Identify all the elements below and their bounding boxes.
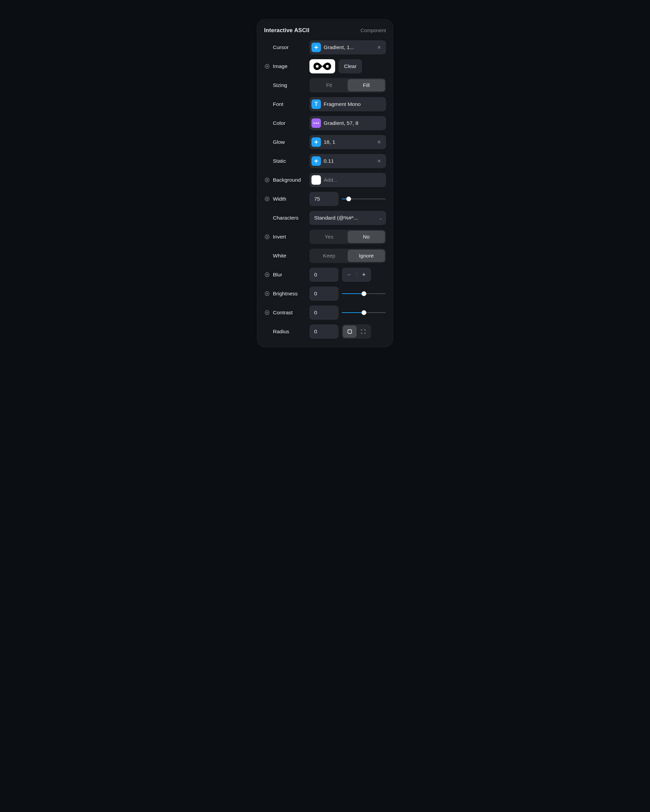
contrast-input[interactable]: 0 [309,305,338,320]
label-white: White [273,253,307,259]
row-invert: Invert Yes No [264,230,386,244]
label-image: Image [273,63,307,69]
label-sizing: Sizing [273,82,307,88]
label-glow: Glow [273,139,307,145]
svg-point-2 [326,65,329,68]
clear-icon[interactable]: ✕ [376,139,382,145]
brightness-slider[interactable] [342,287,386,301]
sizing-fit[interactable]: Fit [310,79,348,92]
sparkle-icon [312,156,321,166]
static-value: 0.11 [324,158,373,164]
cursor-value: Gradient, 1... [324,44,373,50]
label-width: Width [273,196,307,202]
label-static: Static [273,158,307,164]
font-chip[interactable]: T Fragment Mono [309,97,386,111]
label-cursor: Cursor [273,44,307,50]
radius-split-icon[interactable] [356,325,370,338]
width-slider[interactable] [342,192,386,206]
clear-icon[interactable]: ✕ [376,158,382,164]
plus-icon[interactable]: + [357,271,372,278]
sizing-segmented[interactable]: Fit Fill [309,78,386,92]
row-static: Static 0.11 ✕ [264,154,386,168]
plus-icon[interactable] [264,310,270,315]
row-radius: Radius 0 [264,325,386,339]
row-brightness: Brightness 0 [264,287,386,301]
plus-icon[interactable] [264,291,270,296]
label-contrast: Contrast [273,310,307,316]
label-color: Color [273,120,307,126]
white-keep[interactable]: Keep [310,250,348,262]
row-color: Color Gradient, 57, 8 [264,116,386,130]
svg-point-1 [316,65,318,68]
svg-rect-12 [348,330,352,334]
label-background: Background [273,177,307,183]
sparkle-icon [312,137,321,147]
row-width: Width 75 [264,192,386,206]
invert-no[interactable]: No [348,231,385,243]
font-value: Fragment Mono [324,101,384,107]
row-sizing: Sizing Fit Fill [264,78,386,92]
row-font: Font T Fragment Mono [264,97,386,111]
row-background: Background Add... [264,173,386,187]
row-blur: Blur 0 − + [264,268,386,282]
panel-title: Interactive ASCII [264,27,309,34]
row-contrast: Contrast 0 [264,305,386,320]
svg-point-3 [314,122,315,124]
plus-icon[interactable] [264,178,270,182]
clear-button[interactable]: Clear [338,59,362,73]
row-cursor: Cursor Gradient, 1... ✕ [264,40,386,55]
brightness-input[interactable]: 0 [309,287,338,301]
label-font: Font [273,101,307,107]
label-invert: Invert [273,234,307,240]
width-input[interactable]: 75 [309,192,338,206]
panel-subtitle: Component [361,28,386,33]
panel-header: Interactive ASCII Component [264,27,386,34]
row-white: White Keep Ignore [264,249,386,263]
contrast-slider[interactable] [342,305,386,320]
minus-icon[interactable]: − [342,271,356,278]
dots-icon [312,118,321,128]
row-characters: Characters Standard (@%#*... ⌄ [264,211,386,225]
inspector-panel: Interactive ASCII Component Cursor Gradi… [257,19,393,347]
glow-value: 18, 1 [324,139,373,145]
blur-input[interactable]: 0 [309,268,338,282]
svg-point-4 [315,122,317,124]
label-brightness: Brightness [273,291,307,297]
color-swatch [312,175,321,185]
characters-value: Standard (@%#*... [314,215,358,221]
radius-mode-segmented[interactable] [342,325,371,339]
plus-icon[interactable] [264,197,270,201]
svg-point-5 [318,122,319,124]
image-thumbnail[interactable] [309,59,335,73]
label-characters: Characters [273,215,307,221]
row-glow: Glow 18, 1 ✕ [264,135,386,149]
color-chip[interactable]: Gradient, 57, 8 [309,116,386,130]
glow-chip[interactable]: 18, 1 ✕ [309,135,386,149]
sparkle-icon [312,43,321,52]
characters-select[interactable]: Standard (@%#*... ⌄ [309,211,386,225]
white-segmented[interactable]: Keep Ignore [309,249,386,263]
text-icon: T [312,99,321,109]
background-placeholder: Add... [324,177,384,183]
plus-icon[interactable] [264,272,270,277]
label-radius: Radius [273,328,307,334]
sizing-fill[interactable]: Fill [348,79,385,92]
color-value: Gradient, 57, 8 [324,120,384,126]
label-blur: Blur [273,272,307,278]
row-image: Image Clear [264,59,386,73]
blur-stepper[interactable]: − + [342,268,371,282]
plus-icon[interactable] [264,235,270,239]
chevron-down-icon: ⌄ [379,215,382,221]
white-ignore[interactable]: Ignore [348,250,385,262]
cursor-chip[interactable]: Gradient, 1... ✕ [309,40,386,55]
static-chip[interactable]: 0.11 ✕ [309,154,386,168]
plus-icon[interactable] [264,64,270,69]
clear-icon[interactable]: ✕ [376,44,382,50]
radius-single-icon[interactable] [343,325,356,338]
invert-yes[interactable]: Yes [310,231,348,243]
invert-segmented[interactable]: Yes No [309,230,386,244]
radius-input[interactable]: 0 [309,325,338,339]
background-chip[interactable]: Add... [309,173,386,187]
